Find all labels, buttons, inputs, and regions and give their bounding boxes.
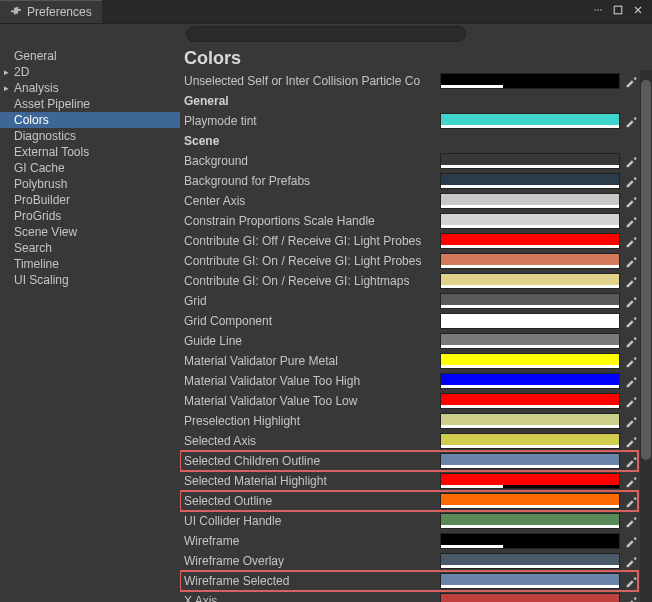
sidebar-item-label: 2D bbox=[14, 65, 29, 79]
color-row: Contribute GI: On / Receive GI: Light Pr… bbox=[180, 251, 638, 271]
color-swatch[interactable] bbox=[440, 113, 620, 129]
sidebar-item-2d[interactable]: ▸2D bbox=[0, 64, 180, 80]
color-row: Material Validator Value Too High bbox=[180, 371, 638, 391]
sidebar-item-analysis[interactable]: ▸Analysis bbox=[0, 80, 180, 96]
eyedropper-icon[interactable] bbox=[624, 374, 638, 388]
row-label: Selected Children Outline bbox=[184, 454, 440, 468]
row-label: Selected Outline bbox=[184, 494, 440, 508]
row-label: Wireframe Overlay bbox=[184, 554, 440, 568]
eyedropper-icon[interactable] bbox=[624, 414, 638, 428]
eyedropper-icon[interactable] bbox=[624, 74, 638, 88]
color-swatch[interactable] bbox=[440, 433, 620, 449]
color-row: X Axis bbox=[180, 591, 638, 602]
eyedropper-icon[interactable] bbox=[624, 454, 638, 468]
expand-arrow-icon: ▸ bbox=[4, 83, 12, 93]
color-swatch[interactable] bbox=[440, 353, 620, 369]
scrollbar-thumb[interactable] bbox=[641, 80, 651, 460]
sidebar-item-progrids[interactable]: ProGrids bbox=[0, 208, 180, 224]
sidebar-item-label: Timeline bbox=[14, 257, 59, 271]
color-row: Guide Line bbox=[180, 331, 638, 351]
eyedropper-icon[interactable] bbox=[624, 214, 638, 228]
color-swatch[interactable] bbox=[440, 473, 620, 489]
color-swatch[interactable] bbox=[440, 553, 620, 569]
eyedropper-icon[interactable] bbox=[624, 514, 638, 528]
color-swatch[interactable] bbox=[440, 593, 620, 602]
eyedropper-icon[interactable] bbox=[624, 554, 638, 568]
eyedropper-icon[interactable] bbox=[624, 494, 638, 508]
color-swatch[interactable] bbox=[440, 73, 620, 89]
sidebar-item-polybrush[interactable]: Polybrush bbox=[0, 176, 180, 192]
color-swatch[interactable] bbox=[440, 373, 620, 389]
sidebar-item-search[interactable]: Search bbox=[0, 240, 180, 256]
eyedropper-icon[interactable] bbox=[624, 154, 638, 168]
title-bar: Preferences bbox=[0, 0, 652, 24]
color-swatch[interactable] bbox=[440, 293, 620, 309]
sidebar-item-label: Search bbox=[14, 241, 52, 255]
color-swatch[interactable] bbox=[440, 573, 620, 589]
row-label: General bbox=[184, 94, 440, 108]
color-row: Wireframe bbox=[180, 531, 638, 551]
color-swatch[interactable] bbox=[440, 533, 620, 549]
eyedropper-icon[interactable] bbox=[624, 174, 638, 188]
sidebar-item-external-tools[interactable]: External Tools bbox=[0, 144, 180, 160]
search-bar bbox=[0, 24, 652, 44]
scrollbar[interactable] bbox=[640, 70, 652, 602]
sidebar-item-diagnostics[interactable]: Diagnostics bbox=[0, 128, 180, 144]
color-row: Material Validator Value Too Low bbox=[180, 391, 638, 411]
popout-icon[interactable] bbox=[612, 4, 624, 19]
color-swatch[interactable] bbox=[440, 273, 620, 289]
sidebar-item-general[interactable]: General bbox=[0, 48, 180, 64]
tab-title: Preferences bbox=[27, 5, 92, 19]
sidebar: General▸2D▸AnalysisAsset PipelineColorsD… bbox=[0, 44, 180, 602]
eyedropper-icon[interactable] bbox=[624, 594, 638, 602]
eyedropper-icon[interactable] bbox=[624, 294, 638, 308]
sidebar-item-label: Analysis bbox=[14, 81, 59, 95]
color-row: UI Collider Handle bbox=[180, 511, 638, 531]
eyedropper-icon[interactable] bbox=[624, 314, 638, 328]
color-swatch[interactable] bbox=[440, 173, 620, 189]
color-swatch[interactable] bbox=[440, 213, 620, 229]
eyedropper-icon[interactable] bbox=[624, 474, 638, 488]
sidebar-item-gi-cache[interactable]: GI Cache bbox=[0, 160, 180, 176]
color-swatch[interactable] bbox=[440, 193, 620, 209]
menu-icon[interactable] bbox=[592, 4, 604, 19]
page-title: Colors bbox=[180, 44, 652, 71]
eyedropper-icon[interactable] bbox=[624, 394, 638, 408]
eyedropper-icon[interactable] bbox=[624, 254, 638, 268]
eyedropper-icon[interactable] bbox=[624, 234, 638, 248]
row-label: Grid Component bbox=[184, 314, 440, 328]
eyedropper-icon[interactable] bbox=[624, 534, 638, 548]
sidebar-item-asset-pipeline[interactable]: Asset Pipeline bbox=[0, 96, 180, 112]
eyedropper-icon[interactable] bbox=[624, 574, 638, 588]
eyedropper-icon[interactable] bbox=[624, 434, 638, 448]
color-row: Wireframe Overlay bbox=[180, 551, 638, 571]
color-swatch[interactable] bbox=[440, 393, 620, 409]
color-swatch[interactable] bbox=[440, 333, 620, 349]
color-swatch[interactable] bbox=[440, 253, 620, 269]
row-label: Playmode tint bbox=[184, 114, 440, 128]
sidebar-item-timeline[interactable]: Timeline bbox=[0, 256, 180, 272]
sidebar-item-colors[interactable]: Colors bbox=[0, 112, 180, 128]
color-swatch[interactable] bbox=[440, 513, 620, 529]
sidebar-item-label: ProGrids bbox=[14, 209, 61, 223]
color-swatch[interactable] bbox=[440, 493, 620, 509]
color-swatch[interactable] bbox=[440, 233, 620, 249]
eyedropper-icon[interactable] bbox=[624, 194, 638, 208]
search-input[interactable] bbox=[186, 26, 466, 42]
sidebar-item-ui-scaling[interactable]: UI Scaling bbox=[0, 272, 180, 288]
eyedropper-icon[interactable] bbox=[624, 114, 638, 128]
color-swatch[interactable] bbox=[440, 313, 620, 329]
eyedropper-icon[interactable] bbox=[624, 334, 638, 348]
preferences-tab[interactable]: Preferences bbox=[0, 0, 102, 23]
color-swatch[interactable] bbox=[440, 453, 620, 469]
gear-icon bbox=[10, 5, 22, 20]
color-swatch[interactable] bbox=[440, 413, 620, 429]
eyedropper-icon[interactable] bbox=[624, 274, 638, 288]
sidebar-item-probuilder[interactable]: ProBuilder bbox=[0, 192, 180, 208]
color-swatch[interactable] bbox=[440, 153, 620, 169]
close-icon[interactable] bbox=[632, 4, 644, 19]
color-row: Unselected Self or Inter Collision Parti… bbox=[180, 71, 638, 91]
eyedropper-icon[interactable] bbox=[624, 354, 638, 368]
row-label: X Axis bbox=[184, 594, 440, 602]
sidebar-item-scene-view[interactable]: Scene View bbox=[0, 224, 180, 240]
